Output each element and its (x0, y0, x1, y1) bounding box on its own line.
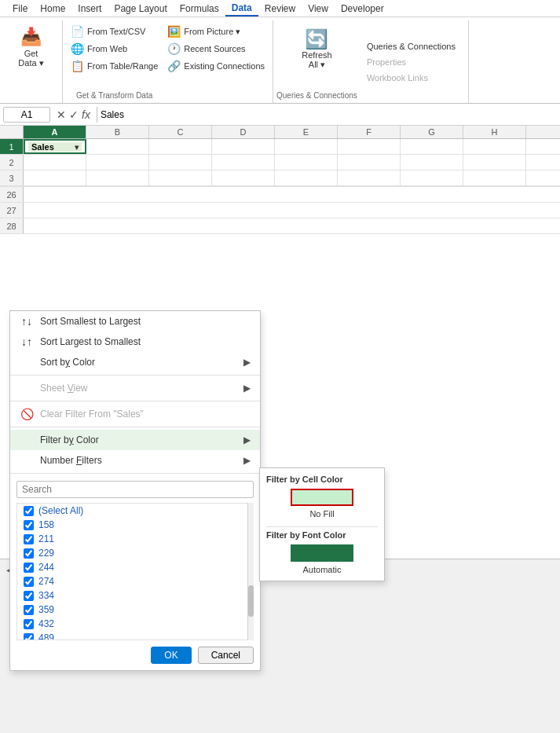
list-item-334[interactable]: 334 (17, 588, 253, 603)
cell-c3[interactable] (149, 170, 212, 185)
refresh-all-button[interactable]: 🔄 RefreshAll ▾ (276, 24, 357, 75)
cell-a2[interactable] (24, 155, 86, 170)
filter-ok-button[interactable]: OK (151, 647, 191, 664)
get-data-icon: 📥 (20, 27, 42, 47)
cell-g2[interactable] (401, 155, 463, 170)
menu-formulas[interactable]: Formulas (174, 2, 225, 16)
from-picture-button[interactable]: 🖼️ From Picture ▾ (163, 24, 269, 39)
list-item-359[interactable]: 359 (17, 603, 253, 617)
existing-connections-button[interactable]: 🔗 Existing Connections (163, 58, 269, 74)
formula-input[interactable] (101, 109, 557, 120)
menu-file[interactable]: File (6, 2, 34, 16)
cell-f2[interactable] (338, 155, 401, 170)
sort-smallest-largest[interactable]: ↑↓ Sort Smallest to Largest (10, 311, 260, 332)
col-header-e: E (275, 126, 338, 138)
menu-developer[interactable]: Developer (335, 2, 390, 16)
checkbox-211[interactable] (24, 534, 34, 544)
cell-e2[interactable] (275, 155, 338, 170)
number-filters[interactable]: Number Filters ▶ (10, 450, 260, 471)
submenu-separator (266, 526, 378, 527)
list-item-158[interactable]: 158 (17, 518, 253, 532)
list-item-229[interactable]: 229 (17, 546, 253, 560)
menu-home[interactable]: Home (34, 2, 71, 16)
cell-d2[interactable] (212, 155, 275, 170)
cell-g1[interactable] (401, 139, 463, 154)
menu-bar: File Home Insert Page Layout Formulas Da… (0, 0, 560, 17)
cell-d3[interactable] (212, 170, 275, 185)
sales-header-cell: Sales ▾ (28, 142, 82, 152)
refresh-icon: 🔄 (305, 28, 328, 50)
filter-dropdown-icon[interactable]: ▾ (75, 143, 79, 152)
automatic-label[interactable]: Automatic (266, 565, 378, 574)
list-item-274[interactable]: 274 (17, 574, 253, 588)
cell-e1[interactable] (275, 139, 338, 154)
filter-color-icon (20, 434, 34, 446)
row-number-27: 27 (0, 203, 24, 218)
from-table-button[interactable]: 📋 From Table/Range (66, 58, 163, 74)
sales-label: Sales (31, 142, 54, 152)
checkbox-select-all[interactable] (24, 506, 34, 516)
cell-a3[interactable] (24, 170, 86, 185)
menu-review[interactable]: Review (258, 2, 302, 16)
sort-largest-smallest[interactable]: ↓↑ Sort Largest to Smallest (10, 332, 260, 352)
cell-c1[interactable] (149, 139, 212, 154)
menu-page-layout[interactable]: Page Layout (108, 2, 173, 16)
cell-h3[interactable] (463, 170, 526, 185)
from-table-icon: 📋 (71, 60, 84, 72)
from-web-button[interactable]: 🌐 From Web (66, 41, 163, 57)
menu-data[interactable]: Data (225, 1, 258, 16)
cell-f3[interactable] (338, 170, 401, 185)
get-data-button[interactable]: 📥 GetData ▾ (12, 24, 51, 71)
sort-desc-icon: ↓↑ (20, 335, 34, 348)
cell-h2[interactable] (463, 155, 526, 170)
row-number-28: 28 (0, 218, 24, 233)
list-item-489[interactable]: 489 (17, 631, 253, 640)
cell-c2[interactable] (149, 155, 212, 170)
cell-f1[interactable] (338, 139, 401, 154)
cell-d1[interactable] (212, 139, 275, 154)
main-content: A B C D E F G H 1 Sales ▾ (0, 126, 560, 579)
checkbox-359[interactable] (24, 605, 34, 615)
menu-view[interactable]: View (302, 2, 335, 16)
checkbox-244[interactable] (24, 563, 34, 573)
list-item-211[interactable]: 211 (17, 532, 253, 546)
checkbox-334[interactable] (24, 591, 34, 601)
menu-insert[interactable]: Insert (71, 2, 108, 16)
list-item-244[interactable]: 244 (17, 560, 253, 574)
sheet-view: Sheet View ▶ (10, 378, 260, 398)
sort-asc-icon: ↑↓ (20, 315, 34, 328)
recent-sources-button[interactable]: 🕐 Recent Sources (163, 41, 269, 57)
font-color-swatch-container (266, 544, 378, 562)
checkbox-158[interactable] (24, 520, 34, 530)
color-submenu: Filter by Cell Color No Fill Filter by F… (259, 467, 385, 581)
ribbon-refresh-inner: 🔄 RefreshAll ▾ Queries & Connections (276, 24, 357, 100)
filter-by-color[interactable]: Filter by Color ▶ (10, 430, 260, 450)
list-item-select-all[interactable]: (Select All) (17, 504, 253, 518)
formula-bar: ✕ ✓ fx (0, 104, 560, 126)
cell-b1[interactable] (86, 139, 149, 154)
cell-b3[interactable] (86, 170, 149, 185)
cell-a1[interactable]: Sales ▾ (24, 139, 86, 154)
filter-list-scrollbar[interactable] (247, 503, 254, 640)
list-item-432[interactable]: 432 (17, 617, 253, 631)
no-fill-label[interactable]: No Fill (266, 509, 378, 519)
cell-h1[interactable] (463, 139, 526, 154)
checkbox-229[interactable] (24, 548, 34, 559)
filter-cancel-button[interactable]: Cancel (198, 647, 254, 664)
cell-e3[interactable] (275, 170, 338, 185)
cell-reference[interactable] (3, 107, 50, 123)
row-number-3: 3 (0, 170, 24, 185)
cell-g3[interactable] (401, 170, 463, 185)
checkbox-489[interactable] (24, 633, 34, 641)
checkbox-432[interactable] (24, 619, 34, 629)
cell-color-swatch[interactable] (291, 489, 353, 506)
cell-b2[interactable] (86, 155, 149, 170)
checkbox-274[interactable] (24, 577, 34, 587)
font-color-swatch[interactable] (291, 544, 353, 562)
filter-list-container: (Select All) 158 211 229 244 (16, 503, 254, 640)
sort-by-color[interactable]: Sort by Color ▶ (10, 352, 260, 372)
filter-search-input[interactable] (16, 481, 254, 498)
table-row: 28 (0, 218, 560, 234)
queries-connections-button[interactable]: Queries & Connections (364, 40, 459, 53)
from-text-csv-button[interactable]: 📄 From Text/CSV (66, 24, 163, 39)
